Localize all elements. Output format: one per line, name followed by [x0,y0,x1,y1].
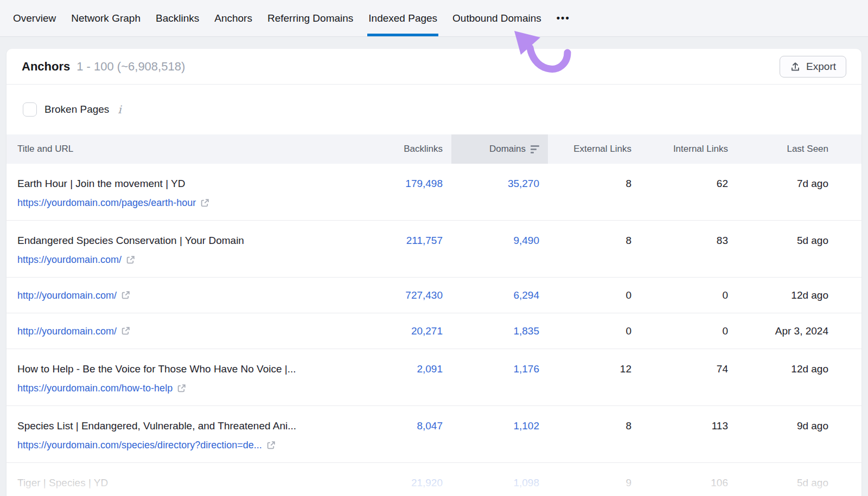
external-link-icon [177,384,186,393]
page-url-link[interactable]: https://yourdomain.com/pages/earth-hour [17,196,359,209]
page-url-link[interactable]: http://yourdomain.com/ [17,325,359,338]
internal-links-value: 0 [640,288,737,302]
external-links-value: 8 [548,234,640,247]
last-seen-value: 12d ago [737,362,837,376]
column-header-internal-links[interactable]: Internal Links [640,134,737,164]
domains-value[interactable]: 6,294 [451,288,548,302]
external-link-icon [266,441,276,450]
column-header-backlinks[interactable]: Backlinks [370,134,451,164]
result-range-count: 1 - 100 (~6,908,518) [76,60,185,74]
external-link-icon [200,198,209,208]
domains-value[interactable]: 1,098 [451,476,548,489]
panel-header: Anchors 1 - 100 (~6,908,518) Export [7,49,861,85]
page-title: How to Help - Be the Voice for Those Who… [17,362,359,376]
column-header-last-seen[interactable]: Last Seen [737,134,837,164]
page-url-link[interactable]: http://yourdomain.com/ [17,289,359,302]
last-seen-value: 12d ago [737,288,837,302]
backlinks-value[interactable]: 8,047 [370,419,451,433]
panel-title: Anchors [22,60,70,74]
external-links-value: 8 [548,177,640,190]
page-url-text: http://yourdomain.com/ [17,325,117,338]
internal-links-value: 0 [640,324,737,338]
page-title: Species List | Endangered, Vulnerable, a… [17,419,359,433]
table-row: http://yourdomain.com/ 20,271 1,835 0 0 … [7,313,861,349]
internal-links-value: 106 [640,476,737,489]
domains-value[interactable]: 1,102 [451,419,548,433]
export-button[interactable]: Export [780,56,846,78]
table-row: http://yourdomain.com/ 727,430 6,294 0 0… [7,278,861,313]
external-links-value: 0 [548,288,640,302]
anchors-panel: Anchors 1 - 100 (~6,908,518) Export Brok… [7,49,861,496]
more-tabs-button[interactable]: ••• [557,0,570,36]
column-header-title-url: Title and URL [17,134,370,164]
page-url-text: https://yourdomain.com/how-to-help [17,382,173,395]
tab-backlinks[interactable]: Backlinks [156,0,199,36]
backlinks-value[interactable]: 727,430 [370,288,451,302]
backlinks-value[interactable]: 21,920 [370,476,451,489]
internal-links-value: 113 [640,419,737,433]
page-url-text: https://yourdomain.com/species/directory… [17,439,262,452]
page-url-link[interactable]: https://yourdomain.com/species/directory… [17,439,359,452]
page-url-text: http://yourdomain.com/ [17,289,117,302]
domains-value[interactable]: 1,835 [451,324,548,338]
table-row: Species List | Endangered, Vulnerable, a… [7,406,861,463]
last-seen-value: 5d ago [737,476,837,489]
page-title: Earth Hour | Join the movement | YD [17,177,359,190]
export-button-label: Export [806,61,836,73]
broken-pages-label: Broken Pages [44,104,109,115]
last-seen-value: 5d ago [737,234,837,247]
external-link-icon [121,326,130,336]
table-row: Earth Hour | Join the movement | YD http… [7,164,861,221]
internal-links-value: 74 [640,362,737,376]
backlinks-value[interactable]: 211,757 [370,234,451,247]
external-link-icon [126,255,135,265]
page-url-link[interactable]: https://yourdomain.com/how-to-help [17,382,359,395]
export-upload-icon [790,61,801,72]
internal-links-value: 83 [640,234,737,247]
external-links-value: 8 [548,419,640,433]
page-url-link[interactable]: https://yourdomain.com/ [17,253,359,266]
page-url-text: https://yourdomain.com/pages/earth-hour [17,196,196,209]
last-seen-value: 9d ago [737,419,837,433]
table-row: Endangered Species Conservation | Your D… [7,221,861,278]
domains-value[interactable]: 1,176 [451,362,548,376]
tab-referring-domains[interactable]: Referring Domains [267,0,353,36]
backlinks-value[interactable]: 20,271 [370,324,451,338]
internal-links-value: 62 [640,177,737,190]
tab-network-graph[interactable]: Network Graph [71,0,141,36]
table-header-row: Title and URL Backlinks Domains External… [7,134,861,164]
external-links-value: 9 [548,476,640,489]
last-seen-value: Apr 3, 2024 [737,324,837,338]
column-header-external-links[interactable]: External Links [548,134,640,164]
external-link-icon [121,291,130,300]
tab-outbound-domains[interactable]: Outbound Domains [452,0,541,36]
backlinks-value[interactable]: 179,498 [370,177,451,190]
top-tab-bar: Overview Network Graph Backlinks Anchors… [0,0,868,37]
domains-value[interactable]: 35,270 [451,177,548,190]
page-title: Tiger | Species | YD [17,476,359,489]
page-title: Endangered Species Conservation | Your D… [17,234,359,247]
column-header-domains[interactable]: Domains [451,134,548,164]
filter-row: Broken Pages i [7,85,861,134]
table-row: Tiger | Species | YD 21,920 1,098 9 106 … [7,463,861,495]
tab-indexed-pages[interactable]: Indexed Pages [368,0,437,36]
info-icon[interactable]: i [117,103,121,116]
broken-pages-checkbox[interactable] [23,102,37,117]
last-seen-value: 7d ago [737,177,837,190]
tab-anchors[interactable]: Anchors [214,0,252,36]
external-links-value: 12 [548,362,640,376]
table-row: How to Help - Be the Voice for Those Who… [7,349,861,406]
tab-overview[interactable]: Overview [13,0,56,36]
sort-descending-icon [531,145,539,153]
domains-value[interactable]: 9,490 [451,234,548,247]
backlinks-value[interactable]: 2,091 [370,362,451,376]
external-links-value: 0 [548,324,640,338]
page-url-text: https://yourdomain.com/ [17,253,122,266]
column-header-domains-label: Domains [489,144,526,154]
